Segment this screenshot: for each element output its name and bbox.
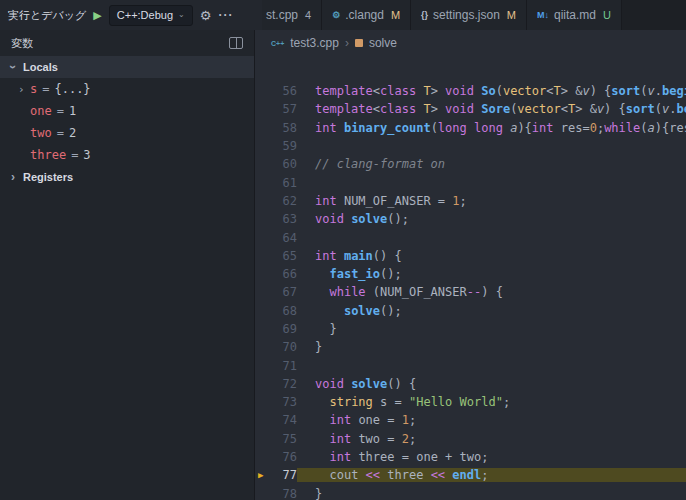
code-text[interactable]: template<class T> void So(vector<T> &v) … <box>297 84 686 98</box>
more-actions-icon[interactable]: ··· <box>218 9 233 21</box>
code-text[interactable]: } <box>297 487 686 500</box>
code-line[interactable]: 58int binary_count(long long a){int res=… <box>255 119 686 137</box>
code-line[interactable]: 68 solve(); <box>255 302 686 320</box>
code-line[interactable]: 62int NUM_OF_ANSER = 1; <box>255 192 686 210</box>
code-text[interactable]: string s = "Hello World"; <box>297 395 686 409</box>
equals-sign: = <box>71 148 78 162</box>
breadcrumb-symbol[interactable]: solve <box>369 36 397 50</box>
code-line[interactable]: 75 int two = 2; <box>255 430 686 448</box>
debug-sidebar: 変数 ›Locals›s={...}one=1two=2three=3›Regi… <box>0 30 255 500</box>
editor-tab[interactable]: ⚙.clangdM <box>322 0 411 30</box>
tab-git-badge: M <box>391 9 400 21</box>
line-number: 56 <box>279 84 297 98</box>
editor-tab[interactable]: {}settings.jsonM <box>411 0 527 30</box>
code-line[interactable]: 70} <box>255 338 686 356</box>
code-line[interactable]: 56template<class T> void So(vector<T> &v… <box>255 82 686 100</box>
debug-current-line-arrow-icon: ▶ <box>258 471 263 480</box>
workbench-body: 変数 ›Locals›s={...}one=1two=2three=3›Regi… <box>0 30 686 500</box>
code-line[interactable]: 74 int one = 1; <box>255 411 686 429</box>
code-text[interactable]: } <box>297 322 686 336</box>
code-text[interactable]: fast_io(); <box>297 267 686 281</box>
line-number: 72 <box>279 377 297 391</box>
chevron-right-icon[interactable]: › <box>8 171 18 183</box>
code-line[interactable]: 61 <box>255 173 686 191</box>
code-text[interactable]: int one = 1; <box>297 413 686 427</box>
debug-toolbar: 実行とデバッグ ▶ C++:Debug ⌄ ⚙ ··· <box>0 0 262 30</box>
variable-value: 3 <box>83 148 90 162</box>
variable-name: three <box>30 148 66 162</box>
scope-label: Registers <box>23 171 73 183</box>
equals-sign: = <box>57 104 64 118</box>
markdown-file-icon: M↓ <box>537 11 549 20</box>
scope-registers[interactable]: ›Registers <box>0 166 254 188</box>
code-text[interactable]: solve(); <box>297 304 686 318</box>
variables-tree: ›Locals›s={...}one=1two=2three=3›Registe… <box>0 56 254 500</box>
line-number: 59 <box>279 139 297 153</box>
editor-tab[interactable]: M↓qiita.mdU <box>527 0 622 30</box>
code-text[interactable]: int NUM_OF_ANSER = 1; <box>297 194 686 208</box>
panel-layout-icon[interactable] <box>229 37 243 49</box>
line-number: 70 <box>279 340 297 354</box>
code-line[interactable]: 69 } <box>255 320 686 338</box>
line-number: 77 <box>279 468 297 482</box>
code-text[interactable]: void solve(); <box>297 212 686 226</box>
code-text[interactable]: } <box>297 340 686 354</box>
code-line[interactable]: 73 string s = "Hello World"; <box>255 393 686 411</box>
code-text[interactable]: template<class T> void Sore(vector<T> &v… <box>297 102 686 116</box>
tab-label: settings.json <box>433 8 500 22</box>
code-text[interactable]: void solve() { <box>297 377 686 391</box>
tab-git-badge: M <box>507 9 516 21</box>
code-line[interactable]: 63void solve(); <box>255 210 686 228</box>
variable-name: one <box>30 104 52 118</box>
code-line[interactable]: 76 int three = one + two; <box>255 448 686 466</box>
cpp-file-icon: C++ <box>271 40 284 47</box>
line-number: 73 <box>279 395 297 409</box>
line-number: 78 <box>279 487 297 500</box>
code-line[interactable]: 67 while (NUM_OF_ANSER--) { <box>255 283 686 301</box>
variable-row[interactable]: one=1 <box>0 100 254 122</box>
code-text[interactable]: cout << three << endl; <box>297 468 686 482</box>
code-text[interactable]: int three = one + two; <box>297 450 686 464</box>
editor-tab[interactable]: st.cpp4 <box>262 0 322 30</box>
tab-bar: st.cpp4⚙.clangdM{}settings.jsonMM↓qiita.… <box>262 0 686 30</box>
debug-config-label: C++:Debug <box>117 9 173 21</box>
code-line[interactable]: 78} <box>255 485 686 500</box>
chevron-right-icon[interactable]: › <box>18 83 30 96</box>
line-number: 63 <box>279 212 297 226</box>
code-text[interactable]: while (NUM_OF_ANSER--) { <box>297 285 686 299</box>
variable-row[interactable]: three=3 <box>0 144 254 166</box>
code-line[interactable]: 72void solve() { <box>255 375 686 393</box>
code-line[interactable]: ▶77 cout << three << endl; <box>255 466 686 484</box>
variable-row[interactable]: two=2 <box>0 122 254 144</box>
code-text[interactable]: int two = 2; <box>297 432 686 446</box>
code-line[interactable]: 60// clang-format on <box>255 155 686 173</box>
debug-config-dropdown[interactable]: C++:Debug ⌄ <box>109 5 193 26</box>
variable-value: 2 <box>69 126 76 140</box>
symbol-function-icon <box>355 39 363 47</box>
gear-icon[interactable]: ⚙ <box>200 9 212 22</box>
line-number: 75 <box>279 432 297 446</box>
variable-value: {...} <box>54 82 90 96</box>
code-text[interactable]: int main() { <box>297 249 686 263</box>
variables-panel-header: 変数 <box>0 30 254 56</box>
variable-row[interactable]: ›s={...} <box>0 78 254 100</box>
code-line[interactable]: 64 <box>255 228 686 246</box>
code-text[interactable]: int binary_count(long long a){int res=0;… <box>297 121 686 135</box>
line-number: 74 <box>279 413 297 427</box>
debug-start-icon[interactable]: ▶ <box>93 10 101 21</box>
line-number: 76 <box>279 450 297 464</box>
chevron-down-icon[interactable]: › <box>7 62 19 72</box>
code-line[interactable]: 71 <box>255 356 686 374</box>
scope-locals[interactable]: ›Locals <box>0 56 254 78</box>
code-line[interactable]: 59 <box>255 137 686 155</box>
code-text[interactable]: // clang-format on <box>297 157 686 171</box>
line-number: 67 <box>279 285 297 299</box>
code-line[interactable]: 57template<class T> void Sore(vector<T> … <box>255 100 686 118</box>
line-number: 60 <box>279 157 297 171</box>
breakpoint-margin[interactable]: ▶ <box>255 471 279 480</box>
line-number: 65 <box>279 249 297 263</box>
line-number: 69 <box>279 322 297 336</box>
code-line[interactable]: 66 fast_io(); <box>255 265 686 283</box>
breadcrumb-file[interactable]: test3.cpp <box>290 36 339 50</box>
code-line[interactable]: 65int main() { <box>255 247 686 265</box>
